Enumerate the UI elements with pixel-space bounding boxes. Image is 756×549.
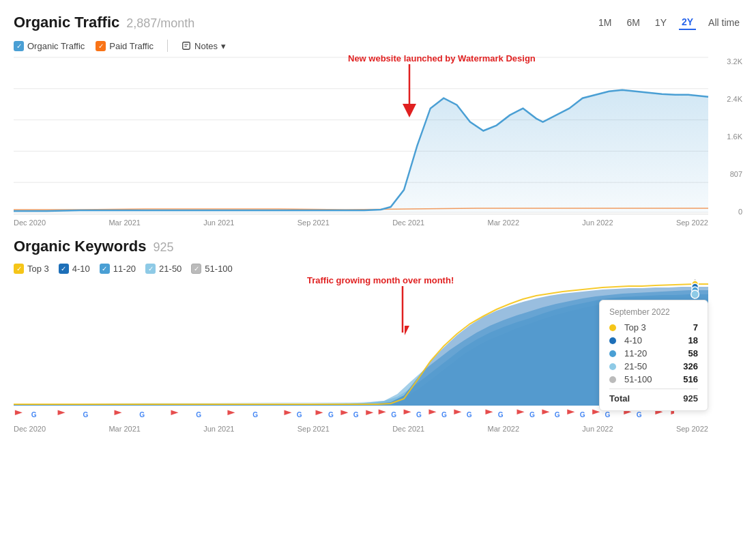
svg-text:G: G — [498, 411, 504, 419]
tooltip-val-11-20: 58 — [688, 348, 698, 358]
tooltip-label-21-50: 21-50 — [624, 361, 675, 371]
filter-1m[interactable]: 1M — [596, 16, 614, 29]
tooltip-total: Total 925 — [609, 389, 698, 404]
svg-marker-24 — [340, 410, 348, 415]
organic-checkbox: ✓ — [14, 41, 24, 51]
svg-text:G: G — [353, 411, 359, 419]
tooltip-dot-51-100 — [609, 376, 616, 383]
notes-chevron-icon: ▾ — [221, 41, 226, 51]
tooltip-label-4-10: 4-10 — [624, 335, 680, 346]
tooltip-dot-top3 — [609, 324, 616, 331]
keywords-chart-container: Traffic growing month over month! Septem… — [14, 279, 742, 416]
r21-50-checkbox: ✓ — [145, 264, 156, 274]
traffic-chart-svg — [14, 57, 708, 214]
r51-100-checkbox: ✓ — [191, 264, 201, 274]
svg-text:G: G — [555, 411, 560, 419]
tooltip-row-21-50: 21-50 326 — [609, 361, 698, 371]
tooltip-total-value: 925 — [683, 393, 698, 404]
tooltip-row-top3: Top 3 7 — [609, 322, 698, 333]
tooltip-box: September 2022 Top 3 7 4-10 18 11-20 — [599, 300, 708, 411]
legend-paid[interactable]: ✓ Paid Traffic — [96, 41, 154, 51]
traffic-chart-wrapper: Dec 2020 Mar 2021 Jun 2021 Sep 2021 Dec … — [14, 57, 742, 214]
svg-text:G: G — [139, 411, 145, 419]
filter-6m[interactable]: 6M — [624, 16, 642, 29]
legend-51-100[interactable]: ✓ 51-100 — [191, 264, 232, 274]
svg-marker-27 — [404, 410, 411, 414]
tooltip-val-top3: 7 — [693, 322, 698, 333]
svg-marker-21 — [227, 410, 235, 415]
svg-marker-26 — [379, 410, 386, 414]
svg-marker-20 — [171, 410, 178, 415]
notes-button[interactable]: Notes ▾ — [181, 41, 226, 51]
organic-traffic-section: Organic Traffic 2,887/month 1M 6M 1Y 2Y … — [14, 14, 742, 217]
svg-text:G: G — [252, 411, 258, 419]
svg-rect-0 — [183, 42, 190, 50]
tooltip-label-top3: Top 3 — [624, 322, 685, 333]
bottom-bar-svg: G G G G G G G G G G G G G G G — [14, 408, 674, 421]
keywords-y-axis — [708, 279, 742, 416]
keywords-x-labels: Dec 2020 Mar 2021 Jun 2021 Sep 2021 Dec … — [14, 425, 708, 433]
notes-icon — [181, 41, 191, 51]
tooltip-val-21-50: 326 — [683, 361, 698, 371]
svg-text:G: G — [31, 411, 37, 419]
keywords-header: Organic Keywords 925 — [14, 238, 742, 255]
svg-marker-28 — [428, 410, 436, 414]
traffic-header: Organic Traffic 2,887/month 1M 6M 1Y 2Y … — [14, 14, 742, 31]
svg-text:G: G — [605, 411, 611, 419]
traffic-y-axis: 3.2K 2.4K 1.6K 807 0 — [708, 57, 742, 217]
traffic-x-labels: Dec 2020 Mar 2021 Jun 2021 Sep 2021 Dec … — [14, 219, 708, 227]
r11-20-checkbox: ✓ — [100, 264, 110, 274]
svg-text:G: G — [297, 411, 302, 419]
tooltip-label-51-100: 51-100 — [624, 374, 675, 384]
keywords-chart-row: September 2022 Top 3 7 4-10 18 11-20 — [14, 279, 742, 416]
tooltip-dot-4-10 — [609, 337, 616, 344]
filter-all-time[interactable]: All time — [706, 16, 742, 29]
legend-top3[interactable]: ✓ Top 3 — [14, 264, 49, 274]
top3-checkbox: ✓ — [14, 264, 24, 274]
svg-marker-33 — [567, 410, 575, 414]
filter-1y[interactable]: 1Y — [652, 16, 669, 29]
tooltip-label-11-20: 11-20 — [624, 348, 680, 358]
legend-11-20[interactable]: ✓ 11-20 — [100, 264, 136, 274]
tooltip-dot-21-50 — [609, 363, 616, 370]
time-filter-group: 1M 6M 1Y 2Y All time — [596, 15, 742, 30]
filter-2y[interactable]: 2Y — [679, 15, 696, 30]
legend-organic[interactable]: ✓ Organic Traffic — [14, 41, 85, 51]
traffic-chart-container: New website launched by Watermark Design — [14, 57, 742, 217]
svg-text:G: G — [441, 411, 447, 419]
svg-text:G: G — [328, 411, 334, 419]
svg-marker-23 — [316, 410, 323, 415]
tooltip-dot-11-20 — [609, 350, 616, 357]
traffic-legend: ✓ Organic Traffic ✓ Paid Traffic Notes ▾ — [14, 40, 742, 52]
svg-marker-17 — [15, 410, 23, 415]
tooltip-row-4-10: 4-10 18 — [609, 335, 698, 346]
svg-text:G: G — [467, 411, 472, 419]
notes-label: Notes — [194, 41, 218, 51]
svg-text:G: G — [196, 411, 201, 419]
tooltip-row-11-20: 11-20 58 — [609, 348, 698, 358]
traffic-chart-area — [14, 57, 708, 214]
keywords-chart-wrapper: September 2022 Top 3 7 4-10 18 11-20 — [14, 279, 708, 416]
keywords-legend: ✓ Top 3 ✓ 4-10 ✓ 11-20 ✓ 21-50 ✓ 51-100 — [14, 264, 742, 274]
legend-4-10[interactable]: ✓ 4-10 — [59, 264, 90, 274]
svg-text:G: G — [391, 411, 396, 419]
svg-marker-25 — [366, 410, 373, 415]
keywords-bottom-bar: G G G G G G G G G G G G G G G — [14, 408, 674, 421]
traffic-chart-row: Dec 2020 Mar 2021 Jun 2021 Sep 2021 Dec … — [14, 57, 742, 217]
tooltip-total-label: Total — [609, 393, 630, 404]
tooltip-val-51-100: 516 — [683, 374, 698, 384]
svg-marker-31 — [517, 410, 525, 414]
svg-marker-18 — [58, 410, 66, 415]
svg-marker-19 — [115, 410, 122, 415]
svg-marker-30 — [485, 410, 493, 414]
tooltip-title: September 2022 — [609, 307, 698, 317]
legend-21-50[interactable]: ✓ 21-50 — [145, 264, 181, 274]
svg-text:G: G — [529, 411, 535, 419]
svg-text:G: G — [83, 411, 88, 419]
svg-point-15 — [691, 290, 699, 298]
svg-marker-32 — [542, 410, 549, 414]
tooltip-val-4-10: 18 — [688, 335, 698, 346]
svg-marker-22 — [284, 410, 291, 415]
paid-checkbox: ✓ — [96, 41, 106, 51]
svg-marker-29 — [454, 410, 461, 414]
